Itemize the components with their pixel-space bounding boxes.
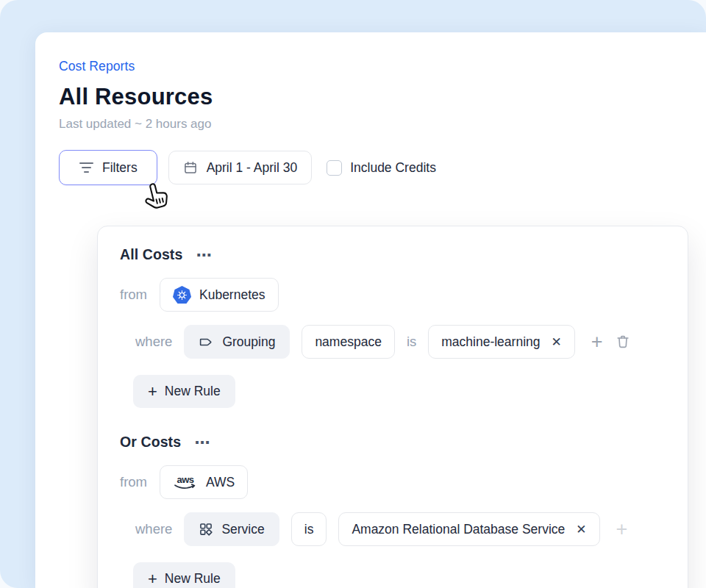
filters-button[interactable]: Filters [59,150,157,185]
include-credits-toggle[interactable]: Include Credits [327,160,436,176]
from-label: from [120,474,147,490]
provider-label: AWS [206,475,235,490]
filters-panel: All Costs ⋯ from Kubernetes where [97,226,688,588]
plus-icon: + [148,382,157,401]
key-label: namespace [315,334,381,350]
key-chip-namespace[interactable]: namespace [302,325,394,359]
value-chip-machine-learning[interactable]: machine-learning ✕ [428,325,575,359]
dimension-chip-grouping[interactable]: Grouping [184,325,290,359]
date-range-label: April 1 - April 30 [207,160,298,176]
filter-group-or-costs: Or Costs ⋯ from aws AWS wher [120,434,666,588]
aws-icon: aws [173,476,198,490]
close-icon[interactable]: ✕ [576,522,586,537]
new-rule-label: New Rule [165,571,221,587]
operator-chip-is[interactable]: is [291,512,327,546]
filter-group-all-costs: All Costs ⋯ from Kubernetes where [120,246,666,408]
where-label: where [135,521,172,537]
new-rule-button[interactable]: + New Rule [133,562,235,588]
page-title: All Resources [59,84,706,110]
new-rule-button[interactable]: + New Rule [133,375,235,408]
where-label: where [135,334,172,350]
add-value-icon[interactable]: + [616,520,628,539]
dimension-chip-service[interactable]: Service [184,512,279,546]
include-credits-checkbox[interactable] [327,160,342,176]
tag-icon [199,334,214,350]
operator-label: is [407,334,416,350]
include-credits-label: Include Credits [350,160,436,176]
trash-icon[interactable] [615,334,631,350]
dimension-label: Service [221,522,264,537]
close-icon[interactable]: ✕ [552,334,562,350]
toolbar: Filters April 1 - April 30 Include Credi… [59,150,706,185]
provider-chip-kubernetes[interactable]: Kubernetes [160,278,279,312]
group-menu-icon[interactable]: ⋯ [196,251,212,259]
date-range-button[interactable]: April 1 - April 30 [168,151,313,184]
dimension-label: Grouping [222,334,275,350]
from-label: from [120,287,147,303]
operator-label: is [304,522,314,537]
calendar-icon [183,160,198,175]
value-chip-rds[interactable]: Amazon Relational Database Service ✕ [338,512,599,546]
value-label: machine-learning [441,334,540,350]
group-menu-icon[interactable]: ⋯ [194,439,210,446]
report-card: Cost Reports All Resources Last updated … [35,32,706,588]
group-title: All Costs [120,246,182,263]
group-title: Or Costs [120,434,181,451]
provider-label: Kubernetes [199,287,265,303]
breadcrumb[interactable]: Cost Reports [59,59,706,74]
value-label: Amazon Relational Database Service [352,522,565,537]
plus-icon: + [148,570,157,588]
new-rule-label: New Rule [165,384,221,399]
category-grid-icon [199,522,213,537]
filter-icon [79,162,93,173]
add-value-icon[interactable]: + [591,332,603,352]
provider-chip-aws[interactable]: aws AWS [160,465,248,499]
kubernetes-icon [173,286,191,304]
filters-button-label: Filters [102,160,138,176]
last-updated-text: Last updated ~ 2 hours ago [59,117,706,132]
